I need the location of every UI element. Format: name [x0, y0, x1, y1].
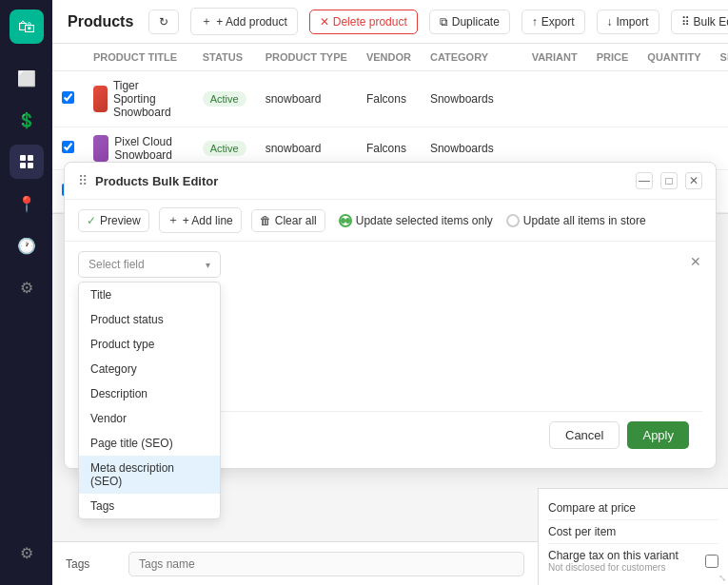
bulk-editor-controls: ✓ Preview ＋ + Add line 🗑 Clear all Updat…: [65, 200, 716, 242]
svg-rect-3: [28, 163, 33, 168]
charge-tax-row: Charge tax on this variant Not disclosed…: [548, 544, 718, 577]
refresh-icon: ↻: [159, 15, 168, 29]
dropdown-item-product-status[interactable]: Product status: [79, 307, 220, 332]
dropdown-item-description[interactable]: Description: [79, 381, 220, 406]
sidebar-item-clock[interactable]: 🕐: [10, 228, 44, 263]
add-icon: ＋: [167, 212, 179, 228]
col-variant: VARIANT: [522, 44, 587, 71]
sidebar-item-settings-bottom[interactable]: ⚙: [10, 536, 44, 570]
bulk-editor-modal: ⠿ Products Bulk Editor — □ ✕ ✓ Preview ＋…: [64, 162, 717, 469]
add-product-button[interactable]: ＋ + Add product: [190, 8, 297, 35]
dropdown-item-tags[interactable]: Tags: [79, 494, 220, 518]
tags-label: Tags: [66, 557, 113, 571]
apply-button[interactable]: Apply: [627, 421, 689, 449]
col-vendor: VENDOR: [357, 44, 421, 71]
app-logo[interactable]: 🛍: [10, 10, 44, 44]
select-field-text: Select field: [89, 258, 202, 271]
col-price: PRICE: [587, 44, 639, 71]
sidebar-item-sales[interactable]: 💲: [10, 103, 44, 137]
dropdown-item-page-title[interactable]: Page title (SEO): [79, 431, 220, 456]
dropdown-item-meta-description[interactable]: Meta description (SEO): [79, 456, 220, 494]
dropdown-menu: Title Product status Product type Catego…: [78, 282, 221, 519]
col-status: STATUS: [193, 44, 256, 71]
preview-button[interactable]: ✓ Preview: [78, 209, 149, 232]
variant-details-panel: Compare at price Cost per item Charge ta…: [538, 488, 728, 585]
bulk-editor-grid-icon: ⠿: [78, 173, 88, 188]
radio-selected-items[interactable]: Update selected items only: [339, 214, 493, 227]
cost-per-item-row: Cost per item: [548, 520, 718, 544]
sidebar-item-products[interactable]: [10, 145, 44, 179]
dropdown-item-product-type[interactable]: Product type: [79, 332, 220, 357]
export-button[interactable]: ↑ Export: [521, 10, 585, 34]
charge-tax-sub: Not disclosed for customers: [548, 562, 679, 573]
row-status: Active: [193, 71, 256, 127]
row-product-title: Tiger Sporting Snowboard: [84, 71, 193, 127]
trash-icon: 🗑: [260, 214, 271, 227]
dropdown-item-category[interactable]: Category: [79, 357, 220, 381]
close-button[interactable]: ✕: [685, 172, 702, 189]
table-row: Tiger Sporting Snowboard Active snowboar…: [52, 71, 728, 127]
import-button[interactable]: ↓ Import: [597, 10, 659, 34]
export-icon: ↑: [532, 15, 538, 29]
svg-rect-1: [28, 155, 33, 161]
select-field[interactable]: Select field ▾: [78, 251, 221, 278]
col-spacer: [503, 44, 522, 71]
col-quantity: QUANTITY: [638, 44, 710, 71]
duplicate-button[interactable]: ⧉ Duplicate: [429, 10, 510, 34]
row-price: [587, 71, 639, 127]
col-product-type: PRODUCT TYPE: [256, 44, 357, 71]
field-close-button[interactable]: ✕: [685, 251, 706, 272]
row-sku: [711, 71, 728, 127]
bulk-editor-header: ⠿ Products Bulk Editor — □ ✕: [65, 163, 716, 200]
cancel-button[interactable]: Cancel: [549, 421, 620, 449]
charge-tax-checkbox[interactable]: [705, 555, 718, 568]
dropdown-item-vendor[interactable]: Vendor: [79, 406, 220, 431]
delete-icon: ✕: [320, 15, 329, 29]
col-category: CATEGORY: [421, 44, 503, 71]
col-product-title: PRODUCT TITLE: [84, 44, 193, 71]
page-title: Products: [68, 13, 133, 30]
chevron-down-icon: ▾: [206, 260, 210, 270]
tags-input[interactable]: [128, 552, 524, 576]
bulk-editor-body: Select field ▾ Title Product status Prod…: [65, 242, 716, 468]
compare-at-price-label: Compare at price: [548, 501, 636, 515]
svg-rect-2: [20, 163, 26, 168]
add-line-button[interactable]: ＋ + Add line: [159, 207, 242, 233]
clear-all-button[interactable]: 🗑 Clear all: [251, 209, 325, 232]
product-thumbnail: [93, 86, 108, 112]
maximize-button[interactable]: □: [660, 172, 678, 189]
resize-handle[interactable]: ⤡: [718, 573, 726, 583]
cost-per-item-label: Cost per item: [548, 525, 616, 538]
row-quantity: [638, 71, 710, 127]
sidebar-item-settings-middle[interactable]: ⚙: [10, 270, 44, 304]
dropdown-item-title[interactable]: Title: [79, 283, 220, 307]
col-checkbox: [52, 44, 84, 71]
row-spacer: [503, 71, 522, 127]
row-checkbox[interactable]: [52, 71, 84, 127]
bulk-editors-button[interactable]: ⠿ Bulk Editors ▾: [671, 10, 728, 34]
svg-rect-0: [20, 155, 26, 161]
charge-tax-text: Charge tax on this variant Not disclosed…: [548, 549, 679, 573]
main-content: Products ↻ ＋ + Add product ✕ Delete prod…: [52, 0, 728, 585]
duplicate-icon: ⧉: [440, 15, 448, 29]
compare-at-price-row: Compare at price: [548, 497, 718, 520]
check-icon: ✓: [87, 214, 96, 227]
radio-all-items[interactable]: Update all items in store: [506, 214, 646, 227]
delete-product-button[interactable]: ✕ Delete product: [309, 10, 418, 34]
row-category: Snowboards: [421, 71, 503, 127]
plus-icon: ＋: [201, 13, 212, 29]
minimize-button[interactable]: —: [636, 172, 653, 189]
row-vendor: Falcons: [357, 71, 421, 127]
sidebar-item-location[interactable]: 📍: [10, 186, 44, 221]
charge-tax-label: Charge tax on this variant: [548, 549, 679, 562]
radio-dot-all: [506, 214, 520, 227]
bottom-tags-panel: Tags: [52, 541, 538, 585]
sidebar-item-dashboard[interactable]: ⬜: [10, 61, 44, 95]
bulk-editor-title: Products Bulk Editor: [95, 174, 628, 188]
topbar: Products ↻ ＋ + Add product ✕ Delete prod…: [52, 0, 728, 44]
refresh-button[interactable]: ↻: [148, 10, 179, 34]
row-variant: [522, 71, 587, 127]
radio-dot-selected: [339, 214, 352, 227]
select-field-container: Select field ▾ Title Product status Prod…: [78, 251, 221, 278]
sidebar-bottom: ⚙: [10, 536, 44, 570]
